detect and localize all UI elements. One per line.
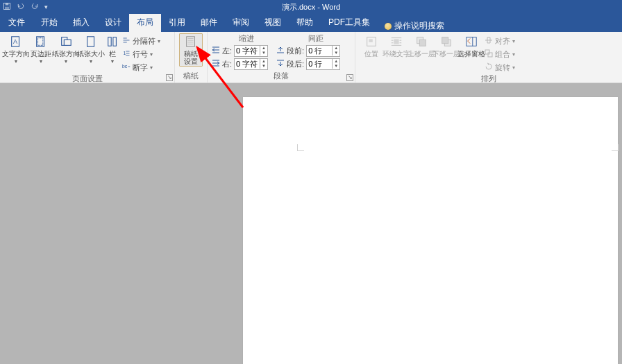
selection-pane-button[interactable]: 选择窗格 [460, 33, 483, 58]
text-direction-button[interactable]: A 文字方向 ▼ [4, 33, 28, 64]
paragraph-dialog-launcher[interactable]: ↘ [346, 74, 353, 81]
size-button[interactable]: 纸张大小 ▼ [79, 33, 103, 64]
chevron-down-icon: ▼ [14, 59, 19, 64]
tab-design[interactable]: 设计 [97, 13, 129, 32]
svg-rect-24 [488, 53, 492, 57]
tab-help[interactable]: 帮助 [289, 13, 321, 32]
margin-corner-left [297, 144, 304, 151]
svg-rect-21 [442, 37, 448, 44]
tab-review[interactable]: 审阅 [225, 13, 257, 32]
tab-home[interactable]: 开始 [33, 13, 65, 32]
group-label-paragraph: 段落 [212, 71, 351, 83]
spacing-after-label: 段后: [287, 59, 304, 69]
chevron-down-icon: ▼ [64, 59, 69, 64]
chevron-down-icon: ▼ [89, 59, 94, 64]
bring-forward-button[interactable]: 上移一层 [410, 33, 433, 58]
tab-file[interactable]: 文件 [0, 13, 33, 32]
rotate-icon [485, 62, 493, 72]
document-page[interactable] [243, 97, 618, 364]
tab-references[interactable]: 引用 [161, 13, 193, 32]
group-page-setup: A 文字方向 ▼ 页边距 ▼ 纸张方向 ▼ [0, 32, 175, 83]
spacing-header: 间距 [281, 33, 351, 44]
breaks-button[interactable]: 分隔符 ▾ [122, 35, 160, 47]
manuscript-icon [184, 35, 198, 49]
arrange-small: 对齐 ▾ 组合 ▾ 旋转 ▾ [485, 33, 515, 73]
ribbon-tabs: 文件 开始 插入 设计 布局 引用 邮件 审阅 视图 帮助 PDF工具集 操作说… [0, 14, 622, 32]
ribbon: A 文字方向 ▼ 页边距 ▼ 纸张方向 ▼ [0, 32, 622, 83]
tab-pdf[interactable]: PDF工具集 [321, 13, 378, 32]
tab-mailings[interactable]: 邮件 [193, 13, 225, 32]
breaks-icon [122, 36, 131, 46]
orientation-icon [59, 35, 73, 49]
indent-right-icon [212, 59, 220, 69]
svg-rect-10 [108, 37, 112, 46]
tab-layout[interactable]: 布局 [129, 13, 161, 32]
save-icon[interactable] [3, 2, 11, 12]
page-setup-small: 分隔符 ▾ 1 行号 ▾ bc 断字 ▾ [122, 33, 160, 73]
spacing-after-icon [276, 59, 285, 69]
margins-button[interactable]: 页边距 ▼ [29, 33, 53, 64]
svg-rect-19 [419, 40, 426, 46]
qat-customize-icon[interactable]: ▾ [44, 3, 48, 10]
line-numbers-icon: 1 [122, 49, 131, 59]
quick-access-toolbar: ▾ [3, 2, 48, 12]
columns-button[interactable]: 栏 ▼ [104, 33, 121, 64]
svg-text:bc: bc [122, 64, 128, 69]
orientation-button[interactable]: 纸张方向 ▼ [54, 33, 78, 64]
spacing-before-input[interactable]: ▲▼ [306, 45, 340, 57]
svg-text:1: 1 [124, 51, 126, 55]
chevron-down-icon: ▼ [110, 59, 115, 64]
forward-icon [414, 35, 428, 49]
align-icon [485, 36, 493, 46]
document-area[interactable] [0, 83, 622, 364]
position-button[interactable]: 位置 [360, 33, 383, 58]
manuscript-settings-button[interactable]: 稿纸 设置 [179, 33, 203, 67]
svg-rect-1 [6, 3, 9, 6]
svg-rect-6 [38, 38, 43, 46]
group-button[interactable]: 组合 ▾ [485, 48, 515, 60]
svg-rect-11 [113, 37, 117, 46]
indent-left-input[interactable]: ▲▼ [234, 45, 268, 57]
group-arrange: 位置 环绕文字 上移一层 下移一层 选择窗格 对齐 ▾ [355, 32, 622, 83]
svg-text:A: A [13, 38, 17, 45]
chevron-down-icon: ▼ [39, 59, 44, 64]
backward-icon [439, 35, 453, 49]
redo-icon[interactable] [31, 2, 39, 12]
svg-rect-9 [87, 37, 94, 46]
title-bar: ▾ 演示.docx - Word [0, 0, 622, 14]
columns-icon [106, 35, 119, 49]
send-backward-button[interactable]: 下移一层 [435, 33, 458, 58]
group-icon [485, 49, 493, 59]
spacing-before-icon [276, 46, 285, 55]
group-paragraph: 缩进 间距 左: ▲▼ 段前: ▲▼ 右: ▲▼ 段后: ▲▼ [208, 32, 355, 83]
indent-header: 缩进 [212, 33, 281, 44]
tab-view[interactable]: 视图 [257, 13, 289, 32]
indent-left-label: 左: [222, 46, 232, 56]
indent-right-label: 右: [222, 59, 232, 69]
spacing-after-input[interactable]: ▲▼ [306, 58, 340, 70]
page-size-icon [84, 35, 98, 49]
text-direction-icon: A [9, 35, 23, 49]
margins-icon [34, 35, 48, 49]
tell-me-label: 操作说明搜索 [394, 20, 444, 32]
svg-rect-8 [64, 40, 71, 45]
tell-me-search[interactable]: 操作说明搜索 [385, 20, 444, 32]
svg-rect-23 [485, 50, 489, 54]
align-button[interactable]: 对齐 ▾ [485, 35, 515, 47]
selection-pane-icon [464, 35, 478, 49]
lightbulb-icon [385, 23, 392, 30]
line-numbers-button[interactable]: 1 行号 ▾ [122, 48, 160, 60]
wrap-text-button[interactable]: 环绕文字 [385, 33, 408, 58]
undo-icon[interactable] [17, 2, 25, 12]
rotate-button[interactable]: 旋转 ▾ [485, 61, 515, 73]
indent-left-icon [212, 46, 220, 55]
page-setup-dialog-launcher[interactable]: ↘ [166, 74, 173, 81]
svg-rect-2 [5, 7, 9, 10]
group-label-manuscript: 稿纸 [179, 71, 203, 83]
svg-rect-17 [394, 39, 398, 44]
tab-insert[interactable]: 插入 [65, 13, 97, 32]
hyphenation-button[interactable]: bc 断字 ▾ [122, 61, 160, 73]
svg-rect-14 [187, 37, 195, 46]
indent-right-input[interactable]: ▲▼ [234, 58, 268, 70]
wrap-icon [389, 35, 403, 49]
